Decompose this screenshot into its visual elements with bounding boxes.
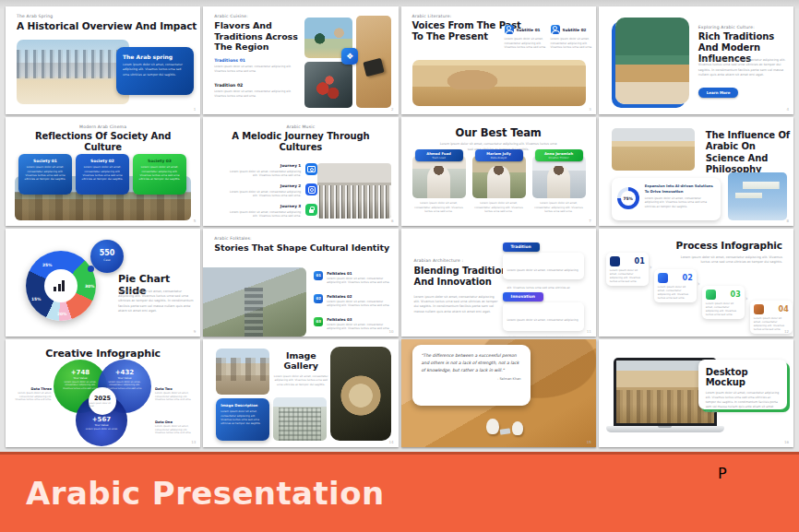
page-number: 4	[786, 107, 789, 112]
person-icon	[505, 25, 514, 34]
slide-05-reflections-society[interactable]: Modern Arab Cinema Reflections Of Societ…	[6, 117, 200, 225]
slide-15-quote[interactable]: "The difference between a successful per…	[401, 339, 596, 447]
slide-03-voices-past-present[interactable]: Arabic Literature: Voices From The Past …	[401, 6, 596, 114]
team-member-card: Anne JeremiahCreative Thinker Lorem ipsu…	[532, 156, 586, 213]
presentation-title: Arabic Presentation	[26, 475, 385, 512]
journey-item: Journey 1 Lorem ipsum dolor sit amet, co…	[225, 163, 301, 178]
center-year-circle: 2025 Lorem ipsum dolor sit amet	[89, 387, 116, 415]
chevron-right-icon: ›	[698, 280, 700, 288]
slide-16-desktop-mockup[interactable]: Desktop Mockup Lorem ipsum dolor sit ame…	[599, 339, 793, 447]
radio-prop	[363, 58, 384, 77]
team-member-card: Ahmed FuadTeam Lead Lorem ipsum dolor si…	[412, 156, 466, 213]
page-number: 5	[194, 219, 197, 223]
slide-title: Process Infographic	[662, 240, 782, 252]
slide-title: The Influence Of Arabic On Science And P…	[706, 130, 791, 175]
innovation-card: Lorem ipsum dolor sit amet, consectetur …	[503, 302, 584, 331]
slide-08-influence-science[interactable]: The Influence Of Arabic On Science And P…	[599, 117, 793, 225]
chevron-right-icon: ›	[745, 295, 748, 302]
folktale-item: 01 Folktales 01Lorem ipsum dolor sit ame…	[314, 271, 393, 285]
aerial-city-image	[203, 267, 306, 337]
slide-body: Lorem ipsum dolor sit amet, consectetur …	[118, 290, 194, 314]
slide-kicker: The Arab Spring	[17, 14, 53, 18]
society-card: Society 03 Lorem ipsum dolor sit amet, c…	[133, 154, 186, 195]
page-number: 2	[391, 107, 394, 112]
layers-icon: ❖	[341, 48, 358, 65]
lock-icon	[305, 204, 317, 216]
page-number: 11	[587, 329, 591, 334]
page-number: 6	[391, 219, 394, 223]
slide-12-process-infographic[interactable]: Process Infographic Lorem ipsum dolor si…	[599, 229, 793, 337]
folktale-item: 02 Folktales 02Lorem ipsum dolor sit ame…	[314, 294, 393, 308]
slide-04-rich-traditions[interactable]: Exploring Arabic Culture: Rich Tradition…	[599, 6, 793, 114]
journey-item: Journey 2 Lorem ipsum dolor sit amet, co…	[225, 183, 301, 198]
slide-body: Lorem ipsum dolor sit amet, consectetur …	[273, 374, 328, 387]
city-skyline-image	[17, 40, 129, 104]
slide-kicker: Arabic Cuisine:	[214, 14, 248, 18]
slide-01-historical-overview[interactable]: The Arab Spring A Historical Overview An…	[6, 6, 200, 114]
member-photo: Mariam JollyData Analyst	[472, 156, 526, 198]
tradition-item: Traditions 01 Lorem ipsum dolor sit amet…	[214, 58, 299, 73]
slide-kicker: Arabic Music	[203, 124, 398, 129]
camel-desert-image	[412, 60, 586, 106]
powerpoint-logo: P	[718, 465, 777, 522]
instagram-icon	[305, 183, 317, 195]
slide-title: A Melodic Journey Through Cultures	[231, 131, 370, 153]
slide-13-creative-infographic[interactable]: Creative Infographic +748 Your Value Lor…	[6, 339, 200, 447]
page-number: 8	[786, 219, 789, 223]
mosque-arch-image	[330, 347, 391, 441]
market-street-image	[216, 349, 269, 395]
subtitle-column: Subtitle 01 Lorem ipsum dolor sit amet, …	[505, 25, 547, 50]
slide-07-our-best-team[interactable]: Our Best Team Lorem ipsum dolor sit amet…	[401, 117, 596, 225]
crowd-image	[317, 163, 391, 219]
slide-kicker: Exploring Arabic Culture:	[698, 25, 755, 30]
card-title: The Arab spring	[123, 53, 187, 60]
page-number: 13	[191, 440, 196, 444]
learn-more-button[interactable]: Learn More	[698, 88, 739, 98]
stat-card: 75% Expansion Into AI-driven Solutions T…	[612, 178, 721, 220]
step-icon	[658, 273, 668, 283]
building-image	[273, 397, 327, 441]
slide-title: Reflections Of Society And Culture	[28, 131, 178, 153]
step-icon	[610, 256, 620, 266]
slide-title: Blending Tradition And Innovation	[414, 266, 516, 288]
member-photo: Ahmed FuadTeam Lead	[412, 156, 466, 198]
slide-title: Stories That Shape Cultural Identity	[214, 242, 395, 254]
slide-title: Desktop Mockup	[706, 367, 780, 387]
society-card: Society 02 Lorem ipsum dolor sit amet, c…	[76, 154, 129, 195]
seated-figure	[486, 419, 499, 434]
step-icon	[706, 290, 716, 300]
page-number: 15	[587, 440, 591, 444]
quote-text: "The difference between a successful per…	[422, 352, 521, 374]
mockup-card: Desktop Mockup Lorem ipsum dolor sit ame…	[698, 360, 787, 409]
value-bubble: 550 Case	[90, 240, 124, 273]
process-step-card: 03 Lorem ipsum dolor sit amet, consectet…	[702, 286, 745, 319]
slide-09-pie-chart[interactable]: 25% 30% 20% 15% 550 Case Pie Chart Slide…	[6, 229, 200, 337]
laptop-base	[606, 426, 724, 432]
donut-chart-75: 75%	[617, 187, 639, 209]
slide-title: Creative Infographic	[6, 348, 200, 360]
slide-kicker: Modern Arab Cinema	[6, 124, 200, 129]
bar-chart-icon	[54, 280, 65, 291]
slide-kicker: Arabian Architecture :	[414, 258, 464, 263]
journey-item: Journey 3 Lorem ipsum dolor sit amet, co…	[225, 204, 301, 219]
member-photo: Anne JeremiahCreative Thinker	[532, 156, 586, 198]
slide-10-stories-identity[interactable]: Arabic Folktales: Stories That Shape Cul…	[203, 229, 398, 337]
page-number: 7	[589, 219, 591, 223]
slide-body: Lorem ipsum dolor sit amet, consectetur …	[698, 58, 787, 78]
slide-body: Lorem ipsum dolor sit amet, consectetur …	[706, 391, 780, 414]
folktale-item: 03 Folktales 03Lorem ipsum dolor sit ame…	[314, 317, 393, 331]
slide-06-melodic-journey[interactable]: Arabic Music A Melodic Journey Through C…	[203, 117, 398, 225]
quote-author: - Salman Khan	[422, 377, 521, 381]
slide-14-image-gallery[interactable]: Image Gallery Lorem ipsum dolor sit amet…	[203, 339, 398, 447]
tradition-badge: Tradition	[503, 242, 540, 252]
street-signs-image	[728, 172, 787, 220]
process-step-card: 01 Lorem ipsum dolor sit amet, consectet…	[606, 253, 649, 286]
society-card: Society 01 Lorem ipsum dolor sit amet, c…	[18, 154, 72, 195]
slide-02-flavors-traditions[interactable]: Arabic Cuisine: Flavors And Traditions A…	[203, 6, 398, 114]
camera-icon	[305, 163, 317, 175]
page-number: 14	[388, 440, 393, 444]
slide-11-blending-tradition[interactable]: Arabian Architecture : Blending Traditio…	[401, 229, 596, 337]
arab-spring-card: The Arab spring Lorem ipsum dolor sit am…	[116, 47, 194, 95]
data-label: Data Three Lorem ipsum dolor sit amet, c…	[9, 387, 52, 402]
fruit-dish-image	[304, 62, 352, 108]
